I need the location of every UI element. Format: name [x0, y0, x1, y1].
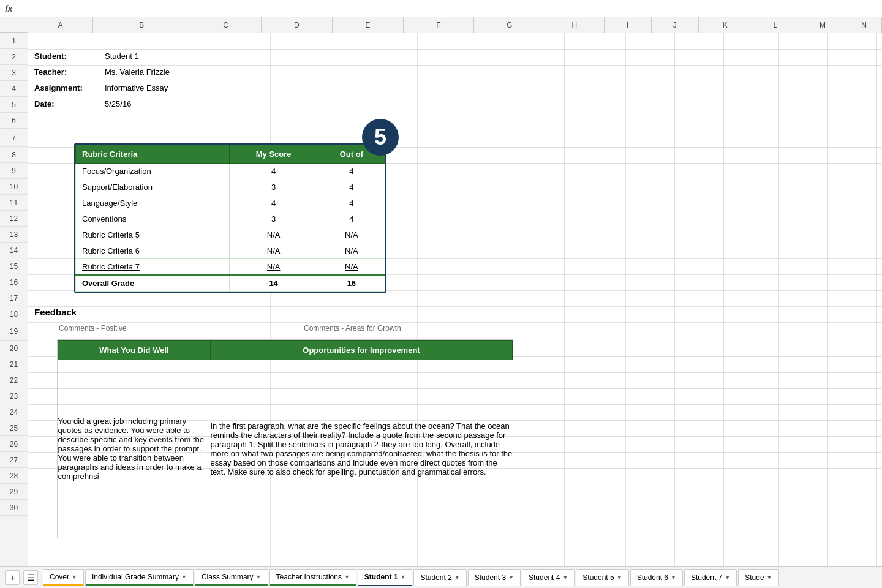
tab-student-more[interactable]: Stude ▼	[738, 569, 778, 586]
table-row: Rubric Criteria 6 N/A N/A	[76, 243, 385, 259]
row-3[interactable]: 3	[0, 65, 28, 81]
outof-language: 4	[318, 195, 385, 211]
row-16[interactable]: 16	[0, 274, 28, 290]
date-value: 5/25/16	[105, 99, 131, 108]
row-8[interactable]: 8	[0, 147, 28, 163]
tab-student-4[interactable]: Student 4 ▼	[522, 569, 575, 586]
row-9[interactable]: 9	[0, 163, 28, 179]
tab-student-5[interactable]: Student 5 ▼	[576, 569, 628, 586]
row-1[interactable]: 1	[0, 33, 28, 49]
row-26[interactable]: 26	[0, 436, 28, 452]
criteria-overall: Overall Grade	[76, 275, 230, 292]
col-header-b[interactable]: B	[93, 17, 190, 33]
row-17[interactable]: 17	[0, 290, 28, 306]
tab-cover[interactable]: Cover ▼	[43, 569, 84, 586]
tab-class-summary-arrow: ▼	[256, 574, 262, 580]
row-25[interactable]: 25	[0, 420, 28, 436]
col-header-g[interactable]: G	[474, 17, 545, 33]
row-12[interactable]: 12	[0, 211, 28, 227]
tab-student-7-label: Student 7	[691, 573, 722, 582]
row-29[interactable]: 29	[0, 484, 28, 500]
tab-student-3-arrow: ▼	[508, 575, 514, 581]
score-overall: 14	[229, 275, 318, 292]
tab-student-more-arrow: ▼	[767, 575, 772, 581]
rubric-col-criteria: Rubric Criteria	[76, 145, 230, 164]
tab-student-1[interactable]: Student 1 ▼	[358, 569, 413, 586]
col-header-n[interactable]: N	[846, 17, 882, 33]
rubric-col-score: My Score	[229, 145, 318, 164]
table-row: Language/Style 4 4	[76, 195, 385, 211]
feedback-table-container: What You Did Well Opportunities for Impr…	[57, 339, 513, 538]
col-header-m[interactable]: M	[799, 17, 846, 33]
outof-support: 4	[318, 179, 385, 195]
outof-7: N/A	[318, 259, 385, 276]
tab-student-7-arrow: ▼	[725, 575, 730, 581]
row-18[interactable]: 18	[0, 306, 28, 322]
student-label: Student:	[34, 51, 67, 61]
row-23[interactable]: 23	[0, 388, 28, 404]
col-header-e[interactable]: E	[333, 17, 404, 33]
teacher-label: Teacher:	[34, 67, 67, 77]
comments-growth-label: Comments - Areas for Growth	[304, 324, 401, 333]
row-20[interactable]: 20	[0, 341, 28, 356]
table-row: Support/Elaboration 3 4	[76, 179, 385, 195]
col-header-c[interactable]: C	[190, 17, 262, 33]
row-14[interactable]: 14	[0, 243, 28, 258]
fx-label: fx	[5, 4, 12, 13]
formula-input[interactable]	[16, 4, 877, 13]
score-focus: 4	[229, 164, 318, 179]
tab-student-more-label: Stude	[745, 573, 764, 582]
col-header-j[interactable]: J	[652, 17, 699, 33]
tab-student-2[interactable]: Student 2 ▼	[413, 569, 466, 586]
tab-class-summary-label: Class Summary	[202, 573, 254, 581]
criteria-support: Support/Elaboration	[76, 179, 230, 195]
grid-content[interactable]: Student: Student 1 Teacher: Ms. Valeria …	[28, 33, 882, 566]
col-header-d[interactable]: D	[262, 17, 333, 33]
tab-cover-label: Cover	[50, 573, 69, 581]
outof-5: N/A	[318, 227, 385, 243]
row-4[interactable]: 4	[0, 81, 28, 97]
tab-student-6-label: Student 6	[637, 573, 668, 582]
row-10[interactable]: 10	[0, 179, 28, 195]
col-header-a[interactable]: A	[28, 17, 93, 33]
col-header-l[interactable]: L	[752, 17, 799, 33]
tab-individual-grade[interactable]: Individual Grade Summary ▼	[85, 569, 194, 586]
col-header-f[interactable]: F	[404, 17, 475, 33]
assignment-value: Informative Essay	[105, 83, 168, 92]
table-row: Rubric Criteria 5 N/A N/A	[76, 227, 385, 243]
criteria-6: Rubric Criteria 6	[76, 243, 230, 259]
add-sheet-button[interactable]: +	[5, 570, 20, 585]
row-30[interactable]: 30	[0, 500, 28, 516]
table-row: Conventions 3 4	[76, 211, 385, 227]
tab-individual-grade-label: Individual Grade Summary	[92, 573, 179, 581]
sheet-menu-button[interactable]: ☰	[23, 570, 38, 585]
row-15[interactable]: 15	[0, 258, 28, 274]
row-21[interactable]: 21	[0, 356, 28, 372]
score-5: N/A	[229, 227, 318, 243]
row-27[interactable]: 27	[0, 452, 28, 468]
tab-teacher-instructions[interactable]: Teacher Instructions ▼	[270, 569, 356, 586]
row-numbers: 1 2 3 4 5 6 7 8 9 10 11 12 13 14 15 16 1…	[0, 33, 28, 566]
row-28[interactable]: 28	[0, 468, 28, 484]
row-19[interactable]: 19	[0, 322, 28, 341]
tab-class-summary[interactable]: Class Summary ▼	[195, 569, 268, 586]
row-6[interactable]: 6	[0, 113, 28, 129]
criteria-7: Rubric Criteria 7	[76, 259, 230, 276]
row-11[interactable]: 11	[0, 195, 28, 211]
tab-student-7[interactable]: Student 7 ▼	[684, 569, 737, 586]
row-5[interactable]: 5	[0, 97, 28, 113]
tab-student-3[interactable]: Student 3 ▼	[468, 569, 521, 586]
row-7[interactable]: 7	[0, 129, 28, 147]
feedback-well-text: You did a great job including primary qu…	[58, 360, 211, 538]
tab-teacher-arrow: ▼	[344, 574, 350, 580]
row-24[interactable]: 24	[0, 404, 28, 420]
col-header-i[interactable]: I	[605, 17, 652, 33]
row-13[interactable]: 13	[0, 227, 28, 243]
tab-student-5-arrow: ▼	[617, 575, 622, 581]
row-2[interactable]: 2	[0, 49, 28, 65]
col-header-h[interactable]: H	[545, 17, 604, 33]
col-header-k[interactable]: K	[699, 17, 752, 33]
row-22[interactable]: 22	[0, 372, 28, 388]
tab-student-1-arrow: ▼	[401, 574, 406, 580]
tab-student-6[interactable]: Student 6 ▼	[630, 569, 683, 586]
